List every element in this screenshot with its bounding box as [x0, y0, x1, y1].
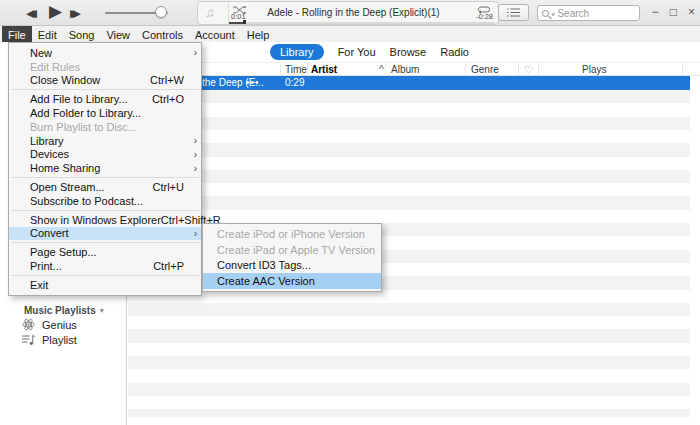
- menu-item-devices[interactable]: Devices ›: [9, 148, 201, 162]
- list-icon: [507, 8, 520, 17]
- menu-item-print[interactable]: Print... Ctrl+P: [9, 259, 201, 273]
- search-scope-chevron-icon[interactable]: ∨: [551, 10, 555, 17]
- column-divider: [518, 63, 519, 75]
- submenu-arrow-icon: ›: [188, 47, 197, 58]
- tab-library[interactable]: Library: [270, 44, 324, 60]
- menu-separator: [11, 275, 199, 276]
- now-playing-display: ♫ 0:01 Adele - Rolling in the Deep (Expl…: [197, 1, 499, 25]
- column-header-genre[interactable]: Genre: [471, 64, 499, 75]
- menu-separator: [11, 242, 199, 243]
- menu-account[interactable]: Account: [189, 26, 241, 42]
- time-remaining: -0:28: [476, 12, 493, 21]
- window-controls: − □ ×: [652, 4, 695, 20]
- menu-item-home-sharing[interactable]: Home Sharing ›: [9, 161, 201, 175]
- music-note-icon: ♫: [205, 5, 215, 20]
- progress-bar-played: [229, 22, 244, 24]
- selected-track-row[interactable]: the Deep (E... ••• 0:29: [128, 76, 690, 90]
- menu-item-library[interactable]: Library ›: [9, 134, 201, 148]
- more-options-icon[interactable]: •••: [246, 77, 260, 88]
- column-divider: [682, 63, 683, 75]
- menu-item-subscribe-to-podcast[interactable]: Subscribe to Podcast...: [9, 194, 201, 208]
- column-divider: [385, 63, 386, 75]
- tab-for-you[interactable]: For You: [338, 44, 376, 60]
- column-header-loved heart-icon[interactable]: ♡: [524, 64, 533, 75]
- genius-icon: [22, 318, 35, 331]
- menu-item-convert[interactable]: Convert ›: [9, 227, 201, 241]
- library-nav-tabs: Library For You Browse Radio: [270, 44, 469, 60]
- submenu-item-create-ipod-iphone-version: Create iPod or iPhone Version: [203, 226, 381, 242]
- search-input[interactable]: [557, 8, 627, 19]
- track-title: Adele - Rolling in the Deep (Explicit)(1…: [229, 7, 478, 18]
- submenu-arrow-icon: ›: [188, 135, 197, 146]
- menu-file[interactable]: File: [2, 26, 32, 42]
- sort-ascending-icon: ^: [379, 64, 384, 75]
- column-header-plays[interactable]: Plays: [582, 64, 606, 75]
- table-header: Time Artist ^ Album Genre ♡ Plays: [128, 62, 700, 76]
- menu-view[interactable]: View: [100, 26, 136, 42]
- menu-separator: [11, 89, 199, 90]
- up-next-button[interactable]: [498, 4, 529, 21]
- menu-item-exit[interactable]: Exit: [9, 278, 201, 292]
- column-divider: [538, 63, 539, 75]
- playlist-icon: [22, 333, 35, 346]
- menu-help[interactable]: Help: [241, 26, 276, 42]
- menu-item-close-window[interactable]: Close Window Ctrl+W: [9, 74, 201, 88]
- search-icon: [542, 10, 549, 17]
- maximize-button[interactable]: □: [670, 4, 677, 20]
- section-label: Music Playlists: [24, 305, 96, 316]
- menu-separator: [11, 177, 199, 178]
- menu-item-open-stream[interactable]: Open Stream... Ctrl+U: [9, 180, 201, 194]
- forward-button[interactable]: ▶▶: [70, 8, 81, 19]
- close-button[interactable]: ×: [688, 4, 695, 20]
- tab-browse[interactable]: Browse: [390, 44, 427, 60]
- menu-item-burn-playlist-to-disc: Burn Playlist to Disc...: [9, 120, 201, 134]
- column-divider: [280, 63, 281, 75]
- sidebar-item-playlist[interactable]: Playlist: [22, 333, 77, 346]
- sidebar-item-label: Playlist: [42, 334, 77, 346]
- column-divider: [307, 63, 308, 75]
- menu-item-new[interactable]: New ›: [9, 46, 201, 60]
- submenu-arrow-icon: ›: [188, 228, 197, 239]
- progress-bar-track[interactable]: [229, 22, 495, 24]
- sidebar-item-label: Genius: [42, 319, 77, 331]
- convert-submenu: Create iPod or iPhone Version Create iPa…: [202, 223, 382, 292]
- sidebar-section-music-playlists[interactable]: Music Playlists ▾: [24, 305, 104, 316]
- column-header-album[interactable]: Album: [391, 64, 419, 75]
- file-menu-dropdown: New › Edit Rules Close Window Ctrl+W Add…: [8, 42, 202, 296]
- menu-item-add-folder-to-library[interactable]: Add Folder to Library...: [9, 106, 201, 120]
- submenu-arrow-icon: ›: [188, 163, 197, 174]
- rewind-button[interactable]: ◀◀: [26, 8, 31, 19]
- player-toolbar: ◀◀ ▶ ▶▶ ♫ 0:01 Adele - Rolling in the De…: [0, 0, 700, 26]
- caret-down-icon: ▾: [100, 306, 104, 315]
- column-header-time[interactable]: Time: [285, 64, 307, 75]
- minimize-button[interactable]: −: [652, 4, 659, 20]
- menu-edit[interactable]: Edit: [32, 26, 63, 42]
- menu-item-show-in-windows-explorer[interactable]: Show in Windows Explorer Ctrl+Shift+R: [9, 213, 201, 227]
- menu-item-page-setup[interactable]: Page Setup...: [9, 245, 201, 259]
- track-time: 0:29: [285, 77, 304, 88]
- column-divider: [465, 63, 466, 75]
- menu-item-edit-rules: Edit Rules: [9, 60, 201, 74]
- submenu-item-create-aac-version[interactable]: Create AAC Version: [203, 273, 381, 289]
- submenu-arrow-icon: ›: [188, 149, 197, 160]
- submenu-item-convert-id3-tags[interactable]: Convert ID3 Tags...: [203, 258, 381, 274]
- menu-item-add-file-to-library[interactable]: Add File to Library... Ctrl+O: [9, 92, 201, 106]
- tab-radio[interactable]: Radio: [440, 44, 469, 60]
- menu-controls[interactable]: Controls: [136, 26, 189, 42]
- menu-separator: [11, 210, 199, 211]
- play-button[interactable]: ▶: [49, 3, 62, 20]
- submenu-item-create-ipad-appletv-version: Create iPad or Apple TV Version: [203, 242, 381, 258]
- volume-slider-knob[interactable]: [155, 6, 167, 18]
- progress-bar-handle[interactable]: [243, 20, 246, 24]
- search-box[interactable]: ∨: [537, 5, 640, 21]
- sidebar-item-genius[interactable]: Genius: [22, 318, 77, 331]
- menu-bar: File Edit Song View Controls Account Hel…: [0, 26, 700, 42]
- column-header-artist[interactable]: Artist: [311, 64, 337, 75]
- menu-song[interactable]: Song: [63, 26, 101, 42]
